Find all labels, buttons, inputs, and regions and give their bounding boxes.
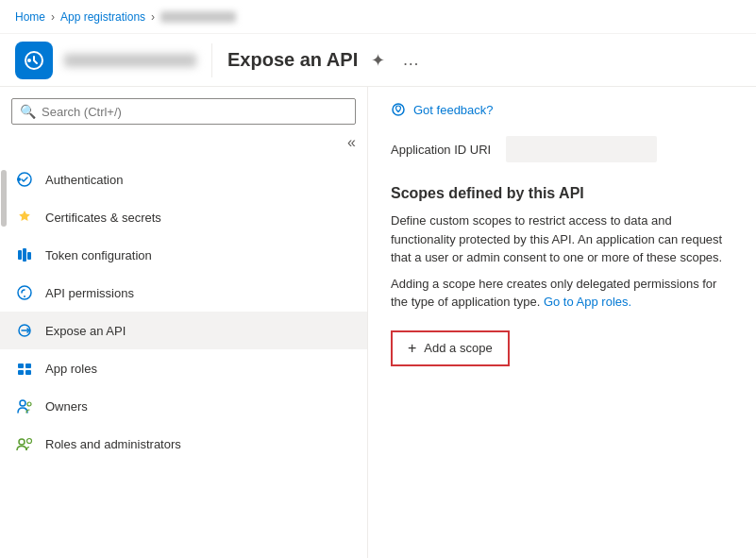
feedback-icon [391,102,406,117]
app-name [64,54,196,67]
app-roles-icon [15,359,34,378]
svg-rect-11 [25,364,31,368]
feedback-bar[interactable]: Got feedback? [391,102,733,117]
breadcrumb: Home › App registrations › [0,0,756,34]
owners-icon [15,397,34,415]
feedback-label: Got feedback? [413,103,494,117]
expose-api-icon [15,321,34,340]
authentication-label: Authentication [45,173,123,187]
certificates-icon [15,208,34,227]
page-title: Expose an API [227,49,358,71]
collapse-button[interactable]: « [344,132,360,153]
more-button[interactable]: … [398,46,423,74]
svg-rect-6 [27,252,31,260]
plus-icon: + [408,340,416,357]
token-icon [15,245,34,264]
search-input[interactable] [42,105,347,119]
search-icon: 🔍 [20,104,36,119]
scopes-description-2: Adding a scope here creates only delegat… [391,275,733,312]
sidebar-nav: Authentication Certificates & secrets [0,161,367,558]
app-id-row: Application ID URI [391,136,733,162]
svg-rect-10 [18,364,24,368]
sidebar-item-certificates[interactable]: Certificates & secrets [0,198,367,236]
sidebar-item-authentication[interactable]: Authentication [0,161,367,198]
svg-point-8 [24,296,25,297]
page-title-area: Expose an API ✦ … [227,46,423,75]
scopes-title: Scopes defined by this API [391,185,733,202]
scopes-section: Scopes defined by this API Define custom… [391,185,733,312]
breadcrumb-app-registrations[interactable]: App registrations [60,10,145,24]
api-permissions-icon [15,283,34,302]
authentication-icon [15,170,34,189]
pin-button[interactable]: ✦ [367,46,389,75]
sidebar-item-token-config[interactable]: Token configuration [0,236,367,274]
go-to-app-roles-link[interactable]: Go to App roles. [544,295,631,309]
owners-label: Owners [45,399,88,414]
expose-api-label: Expose an API [45,324,126,338]
svg-point-15 [27,402,31,406]
app-id-uri-label: Application ID URI [391,143,491,157]
add-scope-button[interactable]: + Add a scope [391,330,510,366]
breadcrumb-home[interactable]: Home [15,10,45,24]
roles-admins-icon [15,434,34,453]
sidebar: 🔍 « Authentication [0,87,368,558]
svg-point-14 [20,400,25,406]
scroll-thumb [1,170,7,227]
svg-point-1 [27,59,31,62]
app-icon [15,42,53,79]
svg-point-3 [17,178,21,181]
sidebar-item-api-permissions[interactable]: API permissions [0,274,367,312]
svg-rect-4 [18,250,22,260]
add-scope-label: Add a scope [424,341,492,355]
app-id-uri-value [506,136,657,162]
main-layout: 🔍 « Authentication [0,87,756,558]
sidebar-item-expose-api[interactable]: Expose an API [0,312,367,349]
svg-rect-5 [23,248,26,262]
scopes-description-1: Define custom scopes to restrict access … [391,211,733,267]
search-box[interactable]: 🔍 [11,98,356,125]
content-area: Got feedback? Application ID URI Scopes … [368,87,756,558]
svg-point-17 [27,439,32,444]
app-roles-label: App roles [45,362,97,376]
page-header: Expose an API ✦ … [0,34,756,87]
certificates-label: Certificates & secrets [45,211,161,225]
sidebar-search-area: 🔍 [0,87,367,132]
svg-rect-12 [18,370,24,375]
roles-admins-label: Roles and administrators [45,437,181,451]
sidebar-item-roles-admins[interactable]: Roles and administrators [0,425,367,463]
breadcrumb-current-app [160,11,236,23]
svg-rect-13 [25,370,31,375]
sidebar-item-app-roles[interactable]: App roles [0,349,367,387]
api-permissions-label: API permissions [45,286,134,300]
sidebar-item-owners[interactable]: Owners [0,387,367,425]
svg-point-16 [19,439,25,445]
token-config-label: Token configuration [45,248,152,262]
header-divider [211,43,212,77]
